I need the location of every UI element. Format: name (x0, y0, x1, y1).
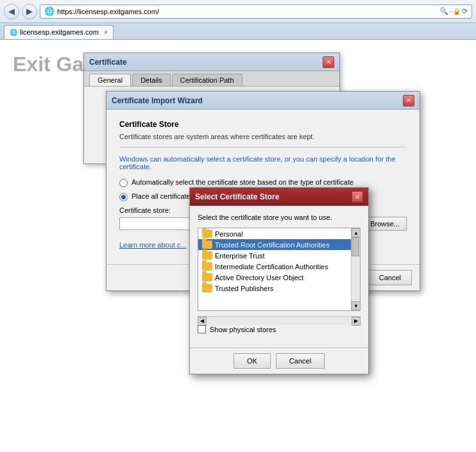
tab-title: licensesp.exitgames.com (20, 28, 99, 36)
select-store-desc: Select the certificate store you want to… (198, 213, 361, 221)
folder-icon-active-dir (202, 273, 212, 281)
active-tab[interactable]: 🌐 licensesp.exitgames.com × (4, 25, 114, 39)
wizard-titlebar: Certificate Import Wizard ✕ (106, 92, 420, 110)
tree-item-trusted-pub-label: Trusted Publishers (215, 285, 273, 292)
radio-auto-btn[interactable] (119, 179, 128, 187)
back-button[interactable]: ◀ (4, 4, 19, 19)
select-store-close-button[interactable]: ✕ (352, 191, 363, 203)
select-store-footer: OK Cancel (190, 347, 368, 374)
tree-item-trusted-pub[interactable]: Trusted Publishers (198, 283, 351, 294)
search-magnifier-icon: 🔍 (439, 7, 448, 15)
address-bar[interactable]: 🌐 https://licensesp.exitgames.com/ 🔍 - 🔒… (40, 4, 472, 19)
cert-store-tree-list[interactable]: Personal Trusted Root Certification Auth… (198, 228, 351, 310)
ie-icon: 🌐 (44, 6, 55, 16)
separator: - (450, 8, 452, 15)
scrollbar-down-btn[interactable]: ▼ (352, 301, 361, 310)
tree-item-active-dir[interactable]: Active Directory User Object (198, 272, 351, 283)
radio-place-btn[interactable] (119, 193, 128, 201)
show-physical-checkbox[interactable] (198, 325, 206, 333)
folder-icon-trusted-root (202, 240, 212, 249)
wizard-close-button[interactable]: ✕ (403, 95, 414, 106)
browser-toolbar: ◀ ▶ 🌐 https://licensesp.exitgames.com/ 🔍… (0, 0, 476, 23)
browser-window: ◀ ▶ 🌐 https://licensesp.exitgames.com/ 🔍… (0, 0, 476, 452)
tree-item-personal-label: Personal (215, 230, 242, 238)
tree-scrollbar[interactable]: ▲ ▼ (351, 228, 360, 310)
cert-dialog-close[interactable]: ✕ (323, 56, 334, 68)
horiz-left-btn[interactable]: ◀ (198, 317, 207, 326)
tab-details[interactable]: Details (132, 74, 171, 86)
tree-item-intermediate[interactable]: Intermediate Certification Authorities (198, 261, 351, 272)
forward-button[interactable]: ▶ (22, 4, 37, 19)
tab-favicon: 🌐 (10, 29, 17, 36)
lock-icon: 🔒 (453, 8, 461, 15)
wizard-description: Certificate stores are system areas wher… (119, 133, 407, 147)
show-physical-row[interactable]: Show physical stores (198, 325, 361, 333)
tree-item-intermediate-label: Intermediate Certification Authorities (215, 263, 328, 271)
scrollbar-up-btn[interactable]: ▲ (352, 228, 361, 237)
tree-item-trusted-root[interactable]: Trusted Root Certification Authorities (198, 239, 351, 250)
tab-bar: 🌐 licensesp.exitgames.com × (0, 23, 476, 40)
select-store-titlebar: Select Certificate Store ✕ (190, 188, 368, 206)
wizard-title: Certificate Import Wizard (112, 96, 203, 105)
tree-item-enterprise-label: Enterprise Trust (215, 252, 265, 260)
tab-close-button[interactable]: × (104, 29, 108, 36)
show-physical-label: Show physical stores (210, 326, 276, 333)
refresh-icon[interactable]: ⟳ (462, 7, 468, 15)
folder-icon-intermediate (202, 262, 212, 271)
ok-button[interactable]: OK (234, 353, 271, 369)
radio-auto[interactable]: Automatically select the certificate sto… (119, 178, 407, 187)
url-text: https://licensesp.exitgames.com/ (57, 8, 437, 15)
tab-general[interactable]: General (89, 74, 131, 86)
select-store-content: Select the certificate store you want to… (190, 206, 368, 347)
folder-icon-enterprise (202, 251, 212, 260)
tree-item-trusted-root-label: Trusted Root Certification Authorities (215, 241, 330, 249)
learn-more-link[interactable]: Learn more about c... (119, 241, 187, 249)
scrollbar-track[interactable] (352, 237, 360, 301)
select-store-title: Select Certificate Store (195, 192, 279, 201)
cert-dialog-titlebar: Certificate ✕ (84, 53, 339, 71)
scrollbar-thumb[interactable] (352, 237, 359, 256)
tree-item-active-dir-label: Active Directory User Object (215, 274, 303, 281)
wizard-info-text: Windows can automatically select a certi… (119, 155, 407, 171)
cert-store-tree-container: Personal Trusted Root Certification Auth… (198, 228, 361, 311)
horiz-right-btn[interactable]: ▶ (352, 317, 361, 326)
cert-dialog-title: Certificate (89, 58, 127, 67)
browse-button[interactable]: Browse... (363, 217, 407, 231)
address-actions: 🔍 - 🔒 ⟳ (439, 7, 468, 15)
horizontal-scrollbar[interactable]: ◀ ▶ (198, 316, 361, 325)
cancel-button[interactable]: Cancel (276, 353, 325, 369)
wizard-cancel-button[interactable]: Cancel (368, 270, 412, 285)
tree-item-enterprise[interactable]: Enterprise Trust (198, 250, 351, 261)
tree-item-personal[interactable]: Personal (198, 228, 351, 239)
folder-icon-personal (202, 230, 212, 238)
select-store-dialog[interactable]: Select Certificate Store ✕ Select the ce… (189, 187, 369, 374)
tab-certification-path[interactable]: Certification Path (172, 74, 242, 86)
radio-auto-label: Automatically select the certificate sto… (132, 178, 353, 186)
cert-dialog-tabs: General Details Certification Path (84, 71, 339, 87)
browser-content: Exit Ga... Certificate ✕ General Details… (0, 40, 476, 452)
wizard-section-title: Certificate Store (119, 120, 407, 129)
folder-icon-trusted-pub (202, 284, 212, 292)
